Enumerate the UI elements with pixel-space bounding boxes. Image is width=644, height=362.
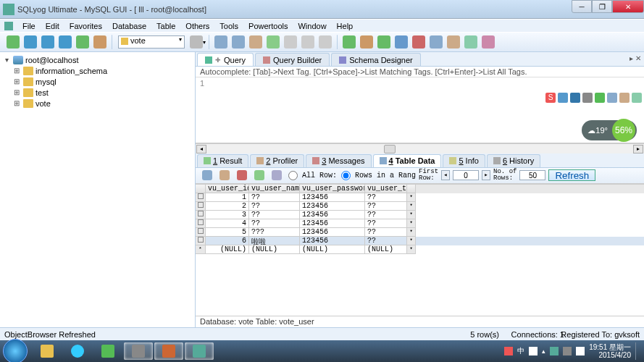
tab-history[interactable]: 6 History	[487, 154, 540, 167]
cell[interactable]: ??	[365, 219, 407, 228]
tool-icon[interactable]	[24, 35, 37, 49]
tool-icon[interactable]	[249, 35, 262, 49]
sql-editor[interactable]: 1	[196, 77, 644, 143]
scroll-left-icon[interactable]: ◂	[196, 145, 206, 153]
tool-icon[interactable]	[395, 35, 408, 49]
cell[interactable]: ??	[249, 193, 300, 202]
menu-edit[interactable]: Edit	[41, 22, 64, 30]
tool-icon[interactable]	[59, 35, 72, 49]
tray-icon[interactable]	[504, 347, 513, 355]
all-rows-radio[interactable]	[288, 171, 298, 180]
maximize-button[interactable]: ❐	[592, 0, 612, 13]
ime-indicator[interactable]: 中	[517, 346, 524, 356]
tool-icon[interactable]	[301, 35, 314, 49]
tool-icon[interactable]	[232, 35, 245, 49]
cell[interactable]: 2	[206, 202, 249, 211]
tool-icon[interactable]	[482, 35, 495, 49]
cell[interactable]: 123456	[300, 228, 365, 237]
col-header[interactable]: vu_user_password	[300, 185, 365, 193]
close-button[interactable]: ✕	[612, 0, 644, 13]
grid-row[interactable]: 6啦啦123456??▾	[196, 237, 644, 245]
cell[interactable]: 1	[206, 193, 249, 202]
col-header[interactable]: vu_user_type	[365, 185, 407, 193]
menu-file[interactable]: File	[17, 22, 41, 30]
tool-icon[interactable]	[272, 170, 282, 180]
scroll-right-icon[interactable]: ▸	[633, 145, 643, 153]
object-browser[interactable]: ▾ root@localhost ⊞ information_schema ⊞ …	[0, 52, 196, 327]
tab-table-data[interactable]: 4 Table Data	[373, 154, 442, 167]
cell[interactable]: 5	[206, 228, 249, 237]
menu-others[interactable]: Others	[180, 22, 214, 30]
tool-icon[interactable]	[412, 35, 425, 49]
start-button[interactable]	[3, 339, 28, 362]
user-icon[interactable]	[190, 35, 203, 49]
cell[interactable]: 123456	[300, 219, 365, 228]
col-header[interactable]: vu_user_id	[206, 185, 249, 193]
widget-icon[interactable]	[558, 93, 568, 103]
tool-icon[interactable]	[93, 35, 106, 49]
dropdown-icon[interactable]: ▾	[407, 237, 416, 245]
delete-icon[interactable]	[237, 170, 247, 180]
widget-icon[interactable]	[607, 93, 617, 103]
dropdown-icon[interactable]: ▾	[407, 211, 416, 219]
clock[interactable]: 19:51 星期一 2015/4/20	[589, 343, 631, 359]
cell[interactable]: ??	[249, 211, 300, 219]
dropdown-icon[interactable]: ▾	[407, 245, 416, 254]
menu-powertools[interactable]: Powertools	[243, 22, 293, 30]
taskbar-item[interactable]	[124, 342, 153, 360]
menu-favorites[interactable]: Favorites	[64, 22, 107, 30]
cell[interactable]: ??	[365, 193, 407, 202]
tool-icon[interactable]	[343, 35, 356, 49]
taskbar-item[interactable]	[63, 342, 92, 360]
save-icon[interactable]	[254, 170, 264, 180]
tab-query[interactable]: ✚Query	[197, 53, 254, 66]
row-checkbox[interactable]	[196, 193, 206, 202]
prev-icon[interactable]: ◂	[441, 170, 450, 180]
tray-icon[interactable]	[550, 347, 559, 355]
cell[interactable]: 123456	[300, 193, 365, 202]
refresh-button[interactable]: Refresh	[548, 169, 595, 181]
cell[interactable]: 123456	[300, 211, 365, 219]
cell[interactable]: 啦啦	[249, 237, 300, 245]
tool-icon[interactable]	[214, 35, 227, 49]
data-grid[interactable]: vu_user_id vu_user_name vu_user_password…	[196, 184, 644, 254]
sogou-icon[interactable]: S	[545, 93, 556, 103]
cell[interactable]: ???	[249, 228, 300, 237]
cell[interactable]: ??	[365, 237, 407, 245]
grid-row[interactable]: 5???123456??▾	[196, 228, 644, 237]
menu-tools[interactable]: Tools	[214, 22, 243, 30]
tab-query-builder[interactable]: Query Builder	[255, 53, 330, 66]
cell[interactable]: (NULL)	[300, 245, 365, 254]
menu-window[interactable]: Window	[293, 22, 331, 30]
scroll-thumb[interactable]	[384, 145, 396, 153]
grid-row[interactable]: 2??123456??▾	[196, 202, 644, 211]
minimize-button[interactable]: ─	[572, 0, 592, 13]
row-checkbox[interactable]	[196, 237, 206, 245]
cell[interactable]: ??	[365, 228, 407, 237]
widget-icon[interactable]	[632, 93, 642, 103]
close-tab-icon[interactable]: ▸ ✕	[630, 54, 641, 62]
tool-icon[interactable]	[360, 35, 373, 49]
cell[interactable]: ??	[249, 219, 300, 228]
tool-icon[interactable]	[202, 170, 212, 180]
menu-database[interactable]: Database	[107, 22, 151, 30]
cell[interactable]: 3	[206, 211, 249, 219]
grid-row[interactable]: 4??123456??▾	[196, 219, 644, 228]
tree-db-node[interactable]: ⊞ mysql	[2, 76, 193, 87]
col-header[interactable]: vu_user_name	[249, 185, 300, 193]
cell[interactable]: 4	[206, 219, 249, 228]
next-icon[interactable]: ▸	[482, 170, 490, 180]
cell[interactable]: ??	[249, 202, 300, 211]
cell[interactable]: 123456	[300, 237, 365, 245]
tab-result[interactable]: 1 Result	[197, 154, 248, 167]
taskbar-item[interactable]	[33, 342, 62, 360]
tab-profiler[interactable]: 2 Profiler	[250, 154, 304, 167]
tab-info[interactable]: 5 Info	[443, 154, 485, 167]
tree-db-node[interactable]: ⊞ vote	[2, 98, 193, 109]
new-connection-icon[interactable]	[7, 35, 20, 49]
tool-icon[interactable]	[267, 35, 280, 49]
rows-range-radio[interactable]	[341, 171, 351, 180]
plus-icon[interactable]: ✚	[215, 56, 221, 64]
cell[interactable]: ??	[365, 211, 407, 219]
row-checkbox[interactable]	[196, 202, 206, 211]
